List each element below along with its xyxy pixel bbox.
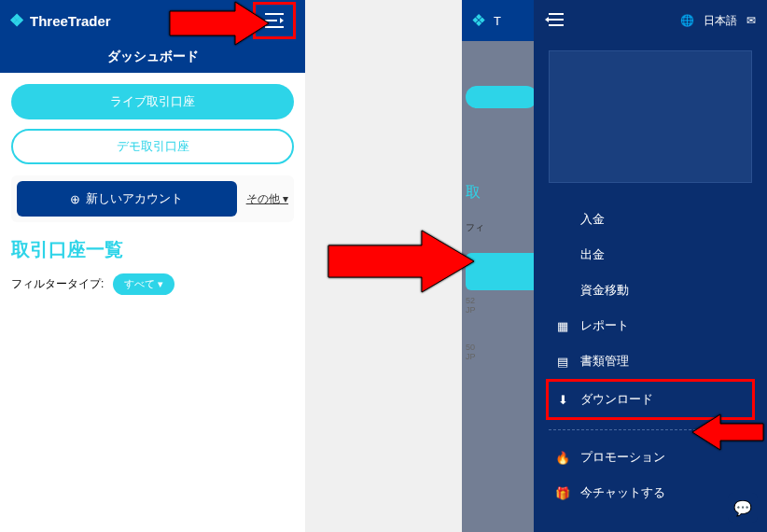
plus-icon: ⊕	[70, 192, 80, 206]
menu-chat[interactable]: 🎁今チャットする	[549, 475, 752, 511]
report-icon: ▦	[554, 319, 571, 333]
logo-icon: ❖	[9, 10, 24, 31]
collapse-menu-button[interactable]	[545, 13, 564, 29]
instruction-arrow-3	[690, 413, 765, 452]
instruction-arrow-2	[327, 229, 476, 294]
gift-icon: 🎁	[554, 486, 571, 500]
live-account-button[interactable]: ライブ取引口座	[11, 84, 294, 119]
mail-icon[interactable]: ✉	[746, 14, 756, 27]
filter-all-chip[interactable]: すべて ▾	[113, 273, 174, 295]
chat-bubble-button[interactable]: 💬	[728, 493, 758, 523]
menu-report[interactable]: ▦レポート	[549, 308, 752, 343]
language-label[interactable]: 日本語	[704, 13, 737, 29]
faded-background: 取 フィ 52JP 50JP	[462, 41, 541, 369]
user-info-placeholder	[549, 50, 752, 183]
accounts-section-title: 取引口座一覧	[11, 237, 294, 262]
menu-documents[interactable]: ▤書類管理	[549, 343, 752, 379]
globe-icon[interactable]: 🌐	[680, 14, 694, 27]
fire-icon: 🔥	[554, 451, 571, 465]
new-account-button[interactable]: ⊕ 新しいアカウント	[17, 181, 237, 217]
download-icon: ⬇	[554, 393, 571, 407]
new-account-label: 新しいアカウント	[86, 190, 183, 207]
instruction-arrow-1	[168, 0, 271, 47]
menu-deposit[interactable]: 入金	[549, 202, 752, 237]
document-icon: ▤	[554, 355, 571, 369]
side-menu: 🌐 日本語 ✉ 入金 出金 資金移動 ▦レポート ▤書類管理 ⬇ダウンロード 🔥…	[534, 0, 767, 532]
brand-logo: ❖ ThreeTrader	[9, 10, 111, 31]
demo-account-button[interactable]: デモ取引口座	[11, 129, 294, 164]
filter-label: フィルタータイプ:	[11, 276, 104, 292]
menu-transfer[interactable]: 資金移動	[549, 273, 752, 308]
menu-open-panel: ❖T 取 フィ 52JP 50JP 🌐 日本語 ✉	[462, 0, 767, 532]
brand-name: ThreeTrader	[30, 13, 111, 29]
menu-withdraw[interactable]: 出金	[549, 237, 752, 273]
logo-icon: ❖	[471, 10, 486, 31]
other-dropdown[interactable]: その他 ▾	[246, 191, 288, 207]
dashboard-panel: ❖ ThreeTrader ダッシュボード ライブ取引口座 デモ取引口座 ⊕ 新…	[0, 0, 305, 532]
